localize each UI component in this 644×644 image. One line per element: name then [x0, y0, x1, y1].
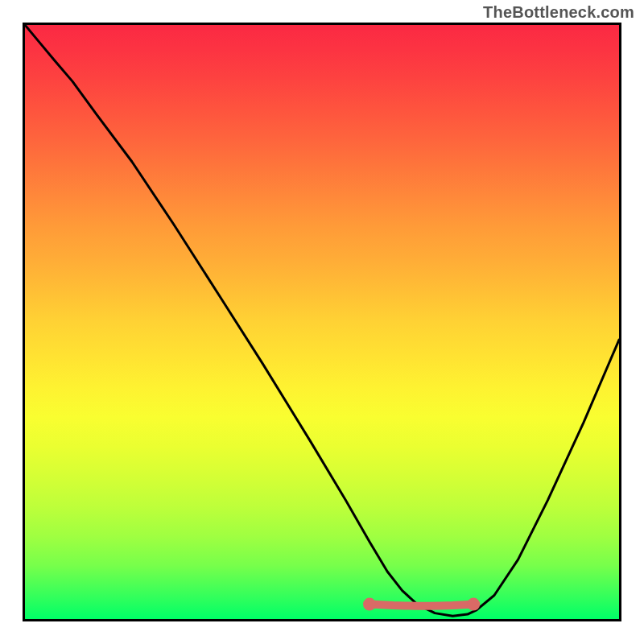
chart-container: TheBottleneck.com [0, 0, 644, 644]
plot-area [25, 25, 619, 619]
plot-frame [23, 23, 621, 621]
marker-0 [363, 598, 376, 611]
series-highlight [369, 605, 473, 606]
series-curve [25, 25, 619, 616]
marker-1 [467, 598, 480, 611]
plot-svg [25, 25, 619, 619]
watermark-text: TheBottleneck.com [483, 3, 634, 22]
